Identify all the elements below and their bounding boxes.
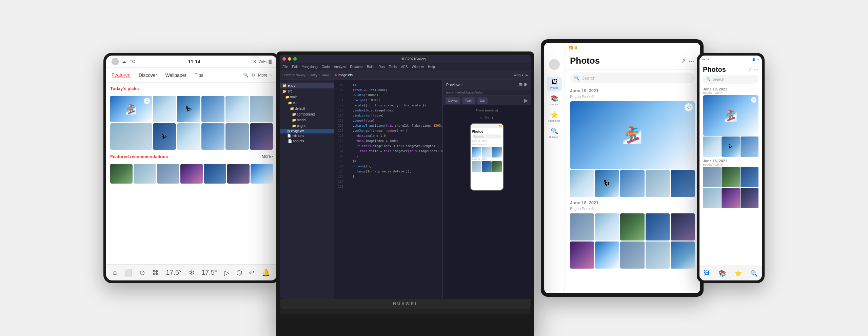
phone-thumb-4[interactable] xyxy=(703,167,721,187)
right-thumb-8[interactable] xyxy=(620,213,644,240)
right-thumb-6[interactable] xyxy=(570,213,594,240)
sidebar-main[interactable]: 📁 main xyxy=(280,94,334,100)
sidebar-model[interactable]: 📁 model xyxy=(280,117,334,123)
photo-thumb-mountain1[interactable] xyxy=(153,96,176,122)
nav-featured[interactable]: Featured xyxy=(112,72,131,78)
menu-edit[interactable]: Edit xyxy=(292,65,298,69)
preview-btn-team[interactable]: Team xyxy=(462,97,475,104)
nav-tips[interactable]: Tips xyxy=(195,72,203,78)
right-thumb-9[interactable] xyxy=(646,213,670,240)
right-thumb-10[interactable] xyxy=(671,213,695,240)
sidebar-pages-folder[interactable]: 📁 pages xyxy=(280,123,334,129)
rec-thumb-1[interactable] xyxy=(110,164,133,184)
right-thumb-13[interactable] xyxy=(620,241,644,269)
back-icon[interactable]: ↩ xyxy=(249,269,255,277)
multitask-icon[interactable]: ⬜ xyxy=(124,269,133,277)
right-thumb-5[interactable] xyxy=(671,170,695,197)
right-thumb-12[interactable] xyxy=(595,241,619,269)
sidebar-icon-discover[interactable]: 🔍 Discover xyxy=(547,125,562,140)
right-thumb-11[interactable] xyxy=(570,241,594,269)
rec-thumb-2[interactable] xyxy=(134,164,156,184)
phone-nav-discover[interactable]: 🔍 xyxy=(750,270,758,277)
phone-nav-photos[interactable]: 🖼 xyxy=(704,270,710,277)
phone-thumb-8[interactable] xyxy=(722,188,739,208)
close-button[interactable] xyxy=(282,57,286,61)
heart-icon[interactable]: ♡ xyxy=(144,98,150,104)
app-icon[interactable]: ⊙ xyxy=(139,269,145,277)
right-thumb-3[interactable] xyxy=(620,170,644,197)
menu-build[interactable]: Build xyxy=(367,65,374,69)
menu-help[interactable]: Help xyxy=(428,65,435,69)
menu-analyze[interactable]: Analyze xyxy=(334,65,346,69)
home-icon[interactable]: ⌂ xyxy=(113,269,117,276)
settings-icon-preview[interactable]: ⚙ xyxy=(524,82,527,87)
menu-vcs[interactable]: VCS xyxy=(401,65,408,69)
right-thumb-4[interactable] xyxy=(646,170,670,197)
phone-thumb-6[interactable] xyxy=(741,167,758,187)
right-thumb-14[interactable] xyxy=(646,241,670,269)
grid-icon[interactable]: ⊞ xyxy=(519,82,522,87)
rec-thumb-3[interactable] xyxy=(157,164,179,184)
phone-thumb-3[interactable] xyxy=(741,136,758,157)
phone-nav-albums[interactable]: 📚 xyxy=(718,270,726,277)
menu-tools[interactable]: Tools xyxy=(389,65,397,69)
photo-thumb-valley[interactable] xyxy=(110,123,152,150)
phone-heart-icon[interactable]: ♡ xyxy=(751,97,756,103)
menu-code[interactable]: Code xyxy=(322,65,330,69)
preview-btn-device[interactable]: Device xyxy=(446,97,460,104)
right-thumb-1[interactable] xyxy=(570,170,594,197)
sidebar-icon-photos[interactable]: 🖼 Photos xyxy=(547,77,562,91)
nav-discover[interactable]: Discover xyxy=(139,72,157,78)
phone-thumb-9[interactable] xyxy=(741,188,758,208)
code-content[interactable]: }), (item => item.name) .width('100%') .… xyxy=(346,80,442,299)
phone-thumb-7[interactable] xyxy=(703,188,721,208)
menu-icon[interactable]: ⌘ xyxy=(152,269,159,277)
preview-search-bar[interactable]: 🔍 Search xyxy=(472,134,502,139)
sidebar-default[interactable]: 📁 default xyxy=(280,106,334,111)
right-search-bar[interactable]: 🔍 Search xyxy=(570,72,695,83)
menu-file[interactable]: File xyxy=(282,65,288,69)
sidebar-src[interactable]: 📂 src xyxy=(280,88,334,94)
play-preview-icon[interactable]: ▶ xyxy=(524,97,528,104)
rec-thumb-7[interactable] xyxy=(251,164,273,184)
heart-icon-main[interactable]: ♡ xyxy=(685,103,693,111)
rec-thumb-5[interactable] xyxy=(204,164,226,184)
photo-thumb-gray1[interactable] xyxy=(250,96,273,122)
right-photo-section[interactable]: June 19, 2021 Bogda Peak ® 🏂 ♡ ⛷ xyxy=(565,86,700,293)
sidebar-image-ets[interactable]: 🖼 image.ets xyxy=(280,129,334,133)
fan-icon[interactable]: ❄ xyxy=(189,269,195,277)
phone-search-bar[interactable]: 🔍 Search xyxy=(703,75,758,84)
phone-thumb-2[interactable]: ⛷ xyxy=(722,136,739,157)
photo-thumb-ski1[interactable]: ⛷ xyxy=(177,96,200,122)
photo-thumb-ski2[interactable]: ⛷ xyxy=(153,123,176,150)
more-dots-icon[interactable]: ⋯ xyxy=(689,57,695,65)
menu-run[interactable]: Run xyxy=(378,65,384,69)
photo-thumb-snow2[interactable] xyxy=(201,123,224,150)
phone-main-photo[interactable]: 🏂 ♡ xyxy=(703,95,758,136)
phone-thumb-1[interactable] xyxy=(703,136,721,157)
sidebar-index-ets[interactable]: 📄 index.ets xyxy=(280,133,334,138)
photo-thumb-mist[interactable] xyxy=(225,123,249,150)
sidebar-components[interactable]: 📁 components xyxy=(280,111,334,117)
menu-view[interactable]: Yongxiang xyxy=(302,65,317,69)
tab-image-ets[interactable]: image.ets xyxy=(331,71,356,79)
right-main-photo[interactable]: 🏂 ♡ xyxy=(570,101,695,169)
preview-btn-car[interactable]: Car xyxy=(477,97,488,104)
photo-thumb-peak1[interactable] xyxy=(201,96,224,122)
rec-thumb-6[interactable] xyxy=(227,164,250,184)
next-icon[interactable]: › xyxy=(492,115,493,120)
nav-wallpaper[interactable]: Wallpaper xyxy=(165,72,187,78)
more-link-2[interactable]: More › xyxy=(262,154,273,159)
menu-window[interactable]: Window xyxy=(412,65,424,69)
photo-thumb-mountain2[interactable] xyxy=(177,123,200,150)
right-thumb-15[interactable] xyxy=(671,241,695,269)
minimize-button[interactable] xyxy=(288,57,291,61)
prev-icon[interactable]: ‹ xyxy=(480,115,482,120)
phone-thumb-5[interactable] xyxy=(722,167,739,187)
maximize-button[interactable] xyxy=(293,57,297,61)
photo-thumb-eve[interactable] xyxy=(250,123,273,150)
share-icon[interactable]: ↗ xyxy=(681,57,686,65)
run-btn[interactable]: ▶ xyxy=(526,74,528,77)
settings-icon[interactable]: ⚙ xyxy=(251,72,255,78)
sidebar-ets[interactable]: 📁 ets xyxy=(280,100,334,106)
